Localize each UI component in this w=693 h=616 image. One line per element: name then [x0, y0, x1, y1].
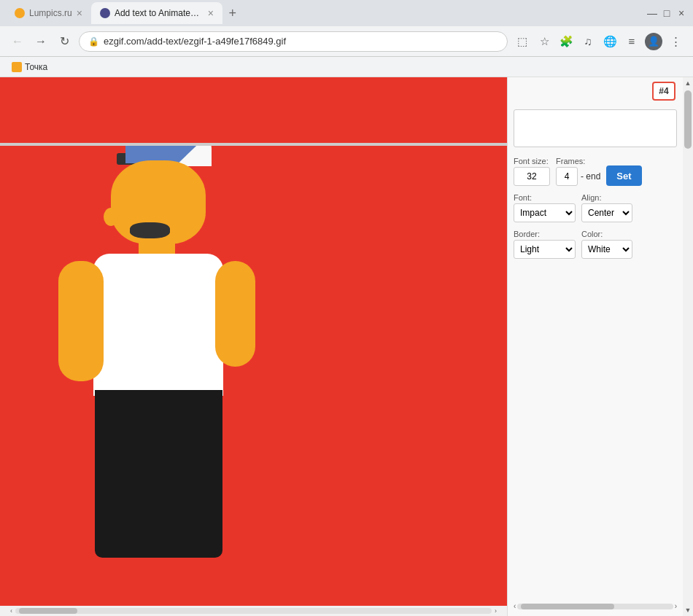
font-select[interactable]: Impact Arial Times New Roman Verdana: [514, 203, 576, 222]
forward-button[interactable]: →: [32, 33, 50, 50]
border-select[interactable]: Light None Dark: [514, 240, 576, 259]
url-text: ezgif.com/add-text/ezgif-1-a49fe17f6849.…: [104, 36, 498, 47]
reload-button[interactable]: ↻: [55, 33, 73, 50]
scroll-thumb[interactable]: [684, 90, 692, 149]
menu-button[interactable]: ⋮: [667, 33, 684, 50]
tab-ezgif-close[interactable]: ×: [208, 8, 214, 18]
url-bar[interactable]: 🔒 ezgif.com/add-text/ezgif-1-a49fe17f684…: [79, 31, 508, 52]
vertical-scrollbar[interactable]: ▲ ▼: [683, 77, 693, 616]
panel-h-scrollbar[interactable]: ‹ ›: [514, 596, 677, 610]
horizontal-scrollbar[interactable]: ‹ ›: [0, 606, 507, 616]
frames-group: Frames: - end: [556, 157, 600, 186]
border-group: Border: Light None Dark: [514, 230, 576, 259]
tab-ezgif[interactable]: Add text to Animated GIFs - gif- ×: [91, 2, 222, 24]
frames-end-text: - end: [581, 171, 600, 182]
tab-lumpics[interactable]: Lumpics.ru ×: [6, 2, 91, 24]
bookmark-star-icon[interactable]: ☆: [535, 33, 553, 50]
gif-frame-1: [0, 77, 507, 143]
address-bar: ← → ↻ 🔒 ezgif.com/add-text/ezgif-1-a49fe…: [0, 26, 693, 57]
align-label: Align:: [581, 193, 632, 202]
character-illustration: [58, 168, 263, 554]
bookmark-favicon: [12, 62, 22, 72]
color-group: Color: White Black Red Blue Yellow: [581, 230, 632, 259]
align-group: Align: Center Left Right: [581, 193, 632, 222]
bookmark-bar: Точка: [0, 57, 693, 77]
text-area-wrap: [514, 109, 677, 149]
font-label: Font:: [514, 193, 576, 202]
cast-icon[interactable]: ⬚: [514, 33, 531, 50]
scroll-down-arrow[interactable]: ▼: [684, 606, 692, 615]
close-button[interactable]: ×: [675, 7, 687, 19]
frames-input[interactable]: [556, 167, 578, 186]
gif-preview-area: ‹ ›: [0, 77, 507, 616]
frame-badge: #4: [652, 82, 675, 101]
lock-icon: 🔒: [88, 36, 99, 47]
color-select[interactable]: White Black Red Blue Yellow: [581, 240, 632, 259]
new-tab-button[interactable]: +: [222, 3, 243, 23]
panel-scroll-thumb[interactable]: [521, 604, 614, 609]
tab-lumpics-label: Lumpics.ru: [29, 8, 72, 18]
tab-lumpics-close[interactable]: ×: [77, 8, 82, 18]
frames-label: Frames:: [556, 157, 600, 165]
align-select[interactable]: Center Left Right: [581, 203, 632, 222]
list-icon[interactable]: ≡: [623, 33, 640, 50]
border-label: Border:: [514, 230, 576, 238]
font-size-group: Font size:: [514, 157, 550, 186]
h-scroll-right-arrow[interactable]: ›: [495, 607, 497, 615]
extensions-icon[interactable]: 🧩: [557, 33, 575, 50]
tab-ezgif-label: Add text to Animated GIFs - gif-: [115, 8, 204, 18]
window-controls: — □ ×: [646, 7, 687, 19]
text-input[interactable]: [514, 109, 677, 147]
title-bar: Lumpics.ru × Add text to Animated GIFs -…: [0, 0, 693, 26]
content-area: ‹ › #4 Font size: Frame: [0, 77, 693, 616]
color-label: Color:: [581, 230, 632, 238]
body-shirt: [93, 254, 223, 396]
font-size-input[interactable]: [514, 167, 550, 186]
music-icon[interactable]: ♫: [579, 33, 597, 50]
set-button[interactable]: Set: [606, 165, 641, 186]
h-scroll-thumb[interactable]: [19, 608, 77, 614]
panel-scroll-right[interactable]: ›: [675, 602, 677, 610]
panel-scroll-left[interactable]: ‹: [514, 602, 516, 610]
browser-window: Lumpics.ru × Add text to Animated GIFs -…: [0, 0, 693, 616]
bookmark-tochka[interactable]: Точка: [9, 61, 50, 74]
panel-scroll-track[interactable]: [517, 604, 673, 609]
gif-frame-2: [0, 146, 507, 606]
pants: [95, 390, 222, 558]
arm-left: [58, 261, 104, 381]
back-button[interactable]: ←: [9, 33, 26, 50]
bookmark-label: Точка: [25, 62, 47, 72]
lumpics-favicon: [15, 8, 25, 18]
h-scroll-track[interactable]: [15, 608, 492, 614]
ezgif-favicon: [100, 8, 110, 18]
mustache: [130, 222, 170, 238]
scroll-up-arrow[interactable]: ▲: [684, 79, 692, 87]
right-panel: #4 Font size: Frames: - end Set: [507, 77, 683, 616]
minimize-button[interactable]: —: [646, 7, 658, 19]
profile-avatar[interactable]: 👤: [645, 33, 662, 50]
toolbar-icons: ⬚ ☆ 🧩 ♫ 🌐 ≡ 👤 ⋮: [514, 33, 684, 50]
font-group: Font: Impact Arial Times New Roman Verda…: [514, 193, 576, 222]
maximize-button[interactable]: □: [661, 7, 673, 19]
h-scroll-left-arrow[interactable]: ‹: [10, 607, 12, 615]
font-size-label: Font size:: [514, 157, 550, 165]
globe-icon[interactable]: 🌐: [601, 33, 619, 50]
arm-right: [215, 261, 255, 367]
ear: [104, 208, 118, 226]
